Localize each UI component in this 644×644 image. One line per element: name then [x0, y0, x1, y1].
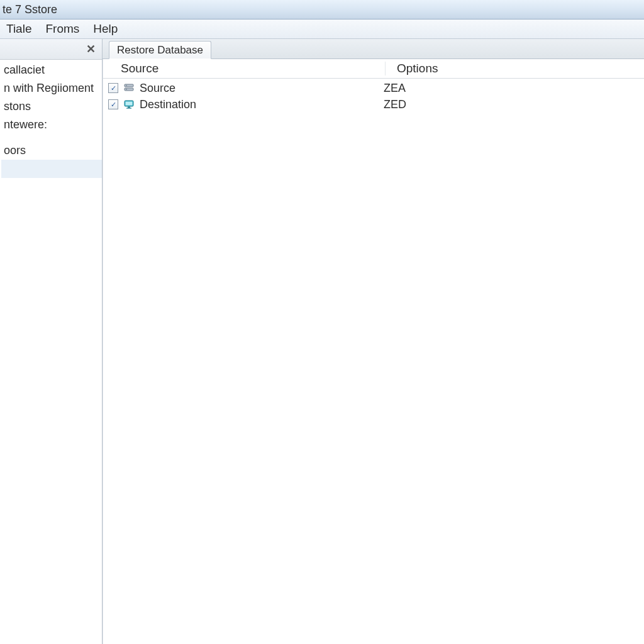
- row-option: ZED: [384, 98, 406, 111]
- svg-point-2: [126, 85, 127, 86]
- sidebar-item-selected[interactable]: [1, 160, 102, 178]
- svg-point-3: [126, 89, 127, 90]
- table-area: Source Options: [103, 59, 644, 644]
- table-row[interactable]: Source ZEA: [103, 80, 644, 96]
- svg-rect-5: [126, 102, 133, 106]
- monitor-icon: [123, 99, 135, 110]
- menu-item-tiale[interactable]: Tiale: [6, 22, 31, 36]
- main-area: ✕ callaciet n with Regiioment stons ntew…: [0, 39, 644, 644]
- svg-rect-0: [125, 84, 133, 87]
- sidebar-list: callaciet n with Regiioment stons ntewer…: [0, 60, 102, 178]
- window-title: te 7 Sstore: [3, 3, 57, 16]
- sidebar-item[interactable]: ntewere:: [1, 116, 102, 134]
- tab-restore-database[interactable]: Restore Database: [109, 41, 211, 59]
- checkbox-icon[interactable]: [108, 83, 118, 93]
- row-option: ZEA: [384, 82, 406, 94]
- svg-rect-7: [126, 108, 131, 109]
- tab-strip: Restore Database: [103, 39, 644, 59]
- title-bar: te 7 Sstore: [0, 0, 644, 19]
- svg-rect-1: [125, 88, 133, 91]
- menu-bar: Tiale Froms Help: [0, 19, 644, 39]
- row-option-cell: ZED: [372, 98, 644, 111]
- row-source-cell: Destination: [103, 98, 372, 111]
- checkbox-icon[interactable]: [108, 99, 118, 109]
- svg-rect-6: [128, 107, 130, 108]
- row-label: Destination: [140, 98, 196, 111]
- sidebar-item[interactable]: oors: [1, 142, 102, 160]
- row-option-cell: ZEA: [372, 82, 644, 95]
- sidebar-item[interactable]: stons: [1, 97, 102, 116]
- table-body: Source ZEA: [103, 79, 644, 113]
- sidebar-item[interactable]: n with Regiioment: [1, 79, 102, 97]
- sidebar-header: ✕: [0, 39, 102, 60]
- row-source-cell: Source: [103, 82, 372, 95]
- table-header-row: Source Options: [103, 59, 644, 79]
- sidebar-spacer: [1, 134, 102, 142]
- row-label: Source: [140, 82, 175, 95]
- close-icon[interactable]: ✕: [84, 42, 98, 56]
- sidebar-item[interactable]: callaciet: [1, 61, 102, 79]
- server-icon: [123, 82, 135, 94]
- column-header-source[interactable]: Source: [103, 62, 386, 75]
- menu-item-froms[interactable]: Froms: [45, 22, 79, 36]
- content-area: Restore Database Source Options: [103, 39, 644, 644]
- column-header-options[interactable]: Options: [386, 62, 644, 75]
- sidebar: ✕ callaciet n with Regiioment stons ntew…: [0, 39, 103, 644]
- menu-item-help[interactable]: Help: [93, 22, 118, 36]
- table-row[interactable]: Destination ZED: [103, 96, 644, 113]
